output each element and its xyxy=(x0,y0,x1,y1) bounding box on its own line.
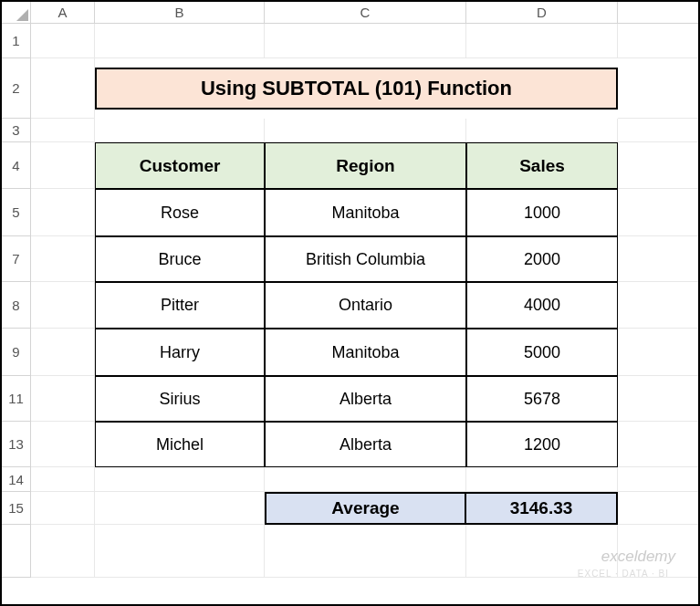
row-header-1[interactable]: 1 xyxy=(2,24,31,58)
table-cell-sales[interactable]: 5000 xyxy=(466,329,618,376)
row-header-8[interactable]: 8 xyxy=(2,282,31,329)
cell[interactable] xyxy=(265,525,466,578)
col-header-d[interactable]: D xyxy=(466,2,618,24)
cell[interactable] xyxy=(31,142,95,189)
cell[interactable] xyxy=(466,525,618,578)
table-cell-sales[interactable]: 1000 xyxy=(466,189,618,236)
cell[interactable] xyxy=(95,119,265,142)
table-cell-sales[interactable]: 5678 xyxy=(466,376,618,422)
col-header-c[interactable]: C xyxy=(265,2,466,24)
cell[interactable] xyxy=(618,282,700,329)
col-header-b[interactable]: B xyxy=(95,2,265,24)
cell[interactable] xyxy=(95,492,265,525)
table-cell-region[interactable]: Manitoba xyxy=(265,329,466,376)
cell[interactable] xyxy=(31,24,95,58)
col-header-blank xyxy=(618,2,700,24)
table-cell-region[interactable]: British Columbia xyxy=(265,236,466,282)
cell[interactable] xyxy=(95,525,265,578)
cell[interactable] xyxy=(31,119,95,142)
row-header-14[interactable]: 14 xyxy=(2,467,31,492)
cell[interactable] xyxy=(95,24,265,58)
col-header-a[interactable]: A xyxy=(31,2,95,24)
cell[interactable] xyxy=(618,189,700,236)
cell[interactable] xyxy=(618,492,700,525)
average-label-cell[interactable]: Average xyxy=(265,492,466,525)
cell[interactable] xyxy=(31,422,95,467)
cell[interactable] xyxy=(618,422,700,467)
table-cell-sales[interactable]: 4000 xyxy=(466,282,618,329)
select-all-corner[interactable] xyxy=(2,2,31,24)
cell[interactable] xyxy=(31,189,95,236)
cell[interactable] xyxy=(466,119,618,142)
cell[interactable] xyxy=(618,119,700,142)
cell[interactable] xyxy=(618,58,700,119)
table-cell-region[interactable]: Manitoba xyxy=(265,189,466,236)
table-cell-region[interactable]: Alberta xyxy=(265,422,466,467)
cell[interactable] xyxy=(31,236,95,282)
row-header-15[interactable]: 15 xyxy=(2,492,31,525)
spreadsheet-grid: A B C D 1 2 Using SUBTOTAL (101) Functio… xyxy=(2,2,698,604)
table-header-customer[interactable]: Customer xyxy=(95,142,265,189)
row-header-blank[interactable] xyxy=(2,525,31,578)
cell[interactable] xyxy=(31,282,95,329)
cell[interactable] xyxy=(618,236,700,282)
table-header-region[interactable]: Region xyxy=(265,142,466,189)
cell[interactable] xyxy=(31,492,95,525)
cell[interactable] xyxy=(618,525,700,578)
table-cell-customer[interactable]: Bruce xyxy=(95,236,265,282)
row-header-3[interactable]: 3 xyxy=(2,119,31,142)
cell[interactable] xyxy=(31,376,95,422)
cell[interactable] xyxy=(31,329,95,376)
cell[interactable] xyxy=(31,58,95,119)
cell[interactable] xyxy=(466,467,618,492)
table-cell-customer[interactable]: Rose xyxy=(95,189,265,236)
cell[interactable] xyxy=(265,119,466,142)
table-cell-customer[interactable]: Sirius xyxy=(95,376,265,422)
row-header-2[interactable]: 2 xyxy=(2,58,31,119)
row-header-9[interactable]: 9 xyxy=(2,329,31,376)
cell[interactable] xyxy=(618,24,700,58)
cell[interactable] xyxy=(618,376,700,422)
row-header-4[interactable]: 4 xyxy=(2,142,31,189)
title-cell[interactable]: Using SUBTOTAL (101) Function xyxy=(95,68,618,110)
cell[interactable] xyxy=(618,142,700,189)
cell[interactable] xyxy=(265,467,466,492)
table-cell-sales[interactable]: 1200 xyxy=(466,422,618,467)
table-header-sales[interactable]: Sales xyxy=(466,142,618,189)
row-header-11[interactable]: 11 xyxy=(2,376,31,422)
row-header-5[interactable]: 5 xyxy=(2,189,31,236)
table-cell-customer[interactable]: Michel xyxy=(95,422,265,467)
table-cell-region[interactable]: Ontario xyxy=(265,282,466,329)
table-cell-region[interactable]: Alberta xyxy=(265,376,466,422)
average-value-cell[interactable]: 3146.33 xyxy=(466,492,618,525)
table-cell-customer[interactable]: Pitter xyxy=(95,282,265,329)
cell[interactable] xyxy=(31,467,95,492)
cell[interactable] xyxy=(618,467,700,492)
table-cell-customer[interactable]: Harry xyxy=(95,329,265,376)
cell[interactable] xyxy=(618,329,700,376)
table-cell-sales[interactable]: 2000 xyxy=(466,236,618,282)
cell[interactable] xyxy=(95,467,265,492)
cell[interactable] xyxy=(466,24,618,58)
row-header-13[interactable]: 13 xyxy=(2,422,31,467)
row-header-7[interactable]: 7 xyxy=(2,236,31,282)
cell[interactable] xyxy=(31,525,95,578)
cell[interactable] xyxy=(265,24,466,58)
